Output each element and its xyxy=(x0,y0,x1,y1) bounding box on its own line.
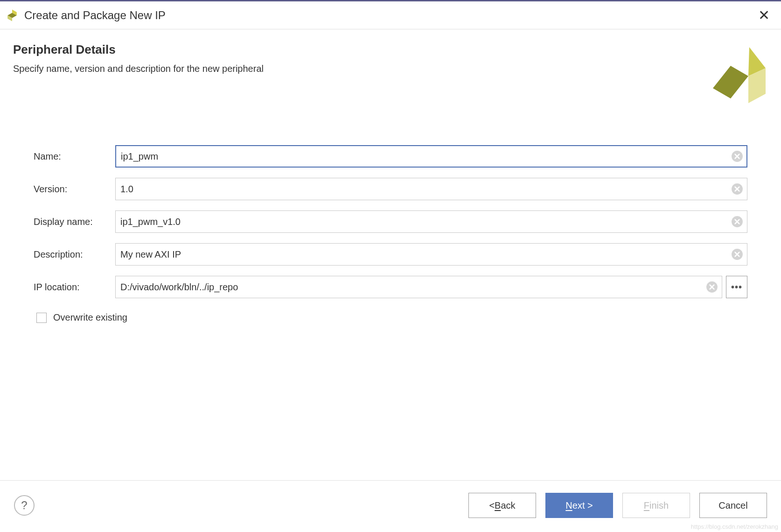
clear-icon[interactable] xyxy=(731,215,744,228)
back-button[interactable]: < Back xyxy=(468,493,536,518)
help-icon: ? xyxy=(21,499,27,512)
clear-icon[interactable] xyxy=(731,150,744,163)
next-button[interactable]: Next > xyxy=(545,493,613,518)
browse-button[interactable]: ••• xyxy=(726,276,747,298)
page-subtitle: Specify name, version and description fo… xyxy=(13,63,264,74)
window-title: Create and Package New IP xyxy=(24,9,753,22)
watermark: https://blog.csdn.net/zerokzhang xyxy=(691,523,778,530)
version-input[interactable] xyxy=(115,178,747,200)
ip-location-input[interactable] xyxy=(115,276,722,298)
version-label: Version: xyxy=(34,184,115,195)
description-input[interactable] xyxy=(115,243,747,266)
clear-icon[interactable] xyxy=(731,182,744,196)
display-name-input[interactable] xyxy=(115,210,747,233)
display-name-label: Display name: xyxy=(34,217,115,227)
clear-icon[interactable] xyxy=(731,248,744,261)
ip-location-label: IP location: xyxy=(34,282,115,293)
app-icon xyxy=(6,9,19,22)
overwrite-label: Overwrite existing xyxy=(53,312,127,323)
help-button[interactable]: ? xyxy=(14,495,35,516)
close-icon[interactable]: ✕ xyxy=(753,7,775,23)
description-label: Description: xyxy=(34,249,115,260)
svg-marker-4 xyxy=(713,66,748,98)
ellipsis-icon: ••• xyxy=(731,282,742,293)
name-input[interactable] xyxy=(115,145,747,168)
page-title: Peripheral Details xyxy=(13,42,264,57)
vivado-logo-icon xyxy=(693,42,768,117)
cancel-button[interactable]: Cancel xyxy=(699,493,767,518)
finish-button: Finish xyxy=(622,493,690,518)
clear-icon[interactable] xyxy=(705,280,718,294)
overwrite-checkbox[interactable] xyxy=(36,313,47,323)
name-label: Name: xyxy=(34,151,115,162)
